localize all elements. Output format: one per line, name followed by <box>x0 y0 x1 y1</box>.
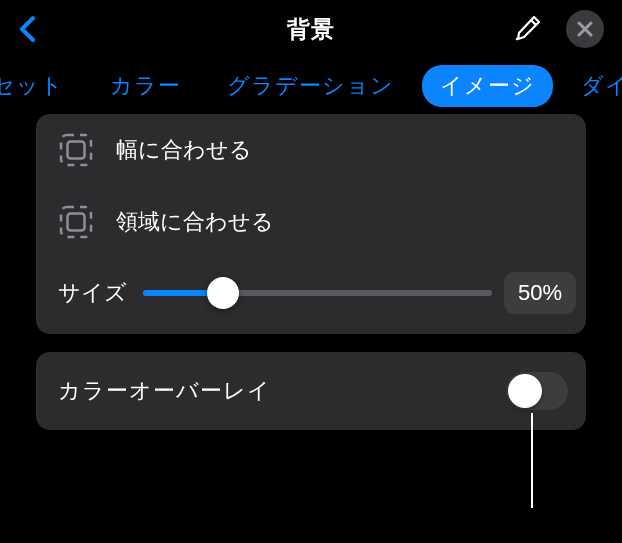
color-overlay-toggle[interactable] <box>506 372 568 410</box>
tab-color[interactable]: カラー <box>92 65 199 107</box>
tab-dynamic[interactable]: ダイナミ <box>563 65 622 107</box>
fit-area-label: 領域に合わせる <box>116 207 274 237</box>
callout-line <box>531 413 533 508</box>
color-overlay-label: カラーオーバーレイ <box>58 376 271 406</box>
header-right <box>504 10 604 48</box>
image-options-panel: 幅に合わせる 領域に合わせる サイズ 50% <box>36 114 586 334</box>
fit-area-option[interactable]: 領域に合わせる <box>36 186 586 258</box>
tab-image[interactable]: イメージ <box>422 65 553 107</box>
svg-rect-3 <box>61 207 91 237</box>
eyedropper-icon[interactable] <box>512 14 542 44</box>
fit-width-label: 幅に合わせる <box>116 135 252 165</box>
size-value[interactable]: 50% <box>504 272 576 314</box>
tab-gradient[interactable]: グラデーション <box>209 65 412 107</box>
tab-set[interactable]: セット <box>0 65 82 107</box>
app-root: 背景 セット カラー グラデーション イメージ ダイナミ <box>0 0 622 543</box>
fit-area-icon <box>58 204 94 240</box>
fit-width-option[interactable]: 幅に合わせる <box>36 114 586 186</box>
svg-rect-1 <box>61 135 91 165</box>
toggle-knob <box>508 374 542 408</box>
close-icon <box>577 21 593 37</box>
svg-rect-4 <box>68 214 85 231</box>
header: 背景 <box>0 0 622 58</box>
size-label: サイズ <box>58 278 127 308</box>
size-row: サイズ 50% <box>36 258 586 334</box>
svg-point-0 <box>516 38 519 41</box>
color-overlay-row: カラーオーバーレイ <box>36 352 586 430</box>
header-left <box>18 15 118 43</box>
svg-rect-2 <box>68 142 85 159</box>
close-button[interactable] <box>566 10 604 48</box>
back-icon[interactable] <box>18 15 38 43</box>
page-title: 背景 <box>287 14 335 45</box>
slider-thumb[interactable] <box>207 277 239 309</box>
size-slider[interactable] <box>143 290 492 296</box>
fit-width-icon <box>58 132 94 168</box>
tabs: セット カラー グラデーション イメージ ダイナミ <box>0 58 622 114</box>
